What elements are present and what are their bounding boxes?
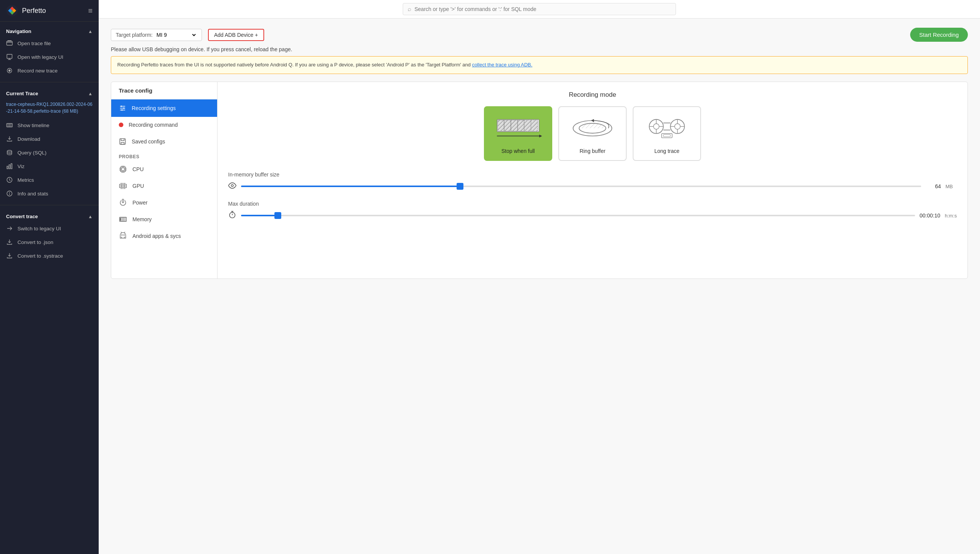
legacy-ui-icon xyxy=(6,54,13,60)
mode-card-stop-when-full[interactable]: Stop when full xyxy=(484,106,552,161)
svg-rect-66 xyxy=(524,120,531,131)
hamburger-icon[interactable]: ≡ xyxy=(88,6,92,15)
adb-link[interactable]: collect the trace using ADB. xyxy=(472,62,532,68)
svg-rect-53 xyxy=(120,218,121,220)
max-duration-unit: h:m:s xyxy=(945,213,957,218)
navigation-chevron-icon: ▲ xyxy=(88,29,92,34)
sidebar-item-download[interactable]: Download xyxy=(0,132,99,146)
probe-item-cpu[interactable]: CPU xyxy=(111,161,217,178)
svg-rect-40 xyxy=(124,185,125,187)
navigation-section-header: Navigation ▲ xyxy=(0,25,99,37)
buffer-size-label: In-memory buffer size xyxy=(228,172,957,178)
duration-icon xyxy=(228,210,236,221)
convert-json-icon xyxy=(6,239,13,245)
sidebar-item-record-new-trace[interactable]: Record new trace xyxy=(0,64,99,77)
platform-select[interactable]: MI 9 Android P Android Q xyxy=(155,32,197,38)
cpu-icon xyxy=(119,165,127,174)
sidebar-item-info-and-stats[interactable]: Info and stats xyxy=(0,187,99,201)
search-icon: ⌕ xyxy=(408,6,411,13)
sidebar-item-convert-json[interactable]: Convert to .json xyxy=(0,235,99,249)
trace-nav-recording-settings[interactable]: Recording settings xyxy=(111,99,217,117)
trace-nav-saved-configs[interactable]: Saved configs xyxy=(111,133,217,150)
recording-settings-panel: Recording mode xyxy=(217,82,967,279)
svg-rect-88 xyxy=(663,135,671,137)
mode-card-long-trace[interactable]: Long trace xyxy=(633,106,701,161)
max-duration-slider[interactable] xyxy=(241,215,915,216)
svg-point-16 xyxy=(10,193,10,193)
buffer-size-icon xyxy=(228,181,236,192)
svg-rect-63 xyxy=(504,120,511,131)
topbar: ⌕ xyxy=(99,0,980,19)
svg-rect-62 xyxy=(497,120,504,131)
svg-line-55 xyxy=(124,232,125,232)
convert-systrace-icon xyxy=(6,252,13,259)
trace-config-header: Trace config xyxy=(111,82,217,99)
svg-rect-39 xyxy=(121,185,123,187)
buffer-size-slider[interactable] xyxy=(241,186,921,187)
svg-rect-12 xyxy=(11,164,12,169)
sidebar-item-query-sql[interactable]: Query (SQL) xyxy=(0,146,99,159)
trace-nav-recording-command[interactable]: Recording command xyxy=(111,117,217,133)
search-input[interactable] xyxy=(414,6,671,12)
svg-point-20 xyxy=(121,105,122,107)
saved-configs-icon xyxy=(119,138,126,145)
app-title: Perfetto xyxy=(22,7,84,15)
probe-item-memory[interactable]: Memory xyxy=(111,211,217,228)
ring-buffer-diagram xyxy=(568,113,617,143)
sidebar-header: Perfetto ≡ xyxy=(0,0,99,22)
sidebar-item-open-trace-file[interactable]: Open trace file xyxy=(0,37,99,50)
svg-point-21 xyxy=(123,107,124,108)
record-icon xyxy=(6,67,13,74)
buffer-size-section: In-memory buffer size 64 MB xyxy=(228,172,957,192)
add-adb-device-button[interactable]: Add ADB Device + xyxy=(208,29,264,41)
sidebar-item-viz[interactable]: Viz xyxy=(0,159,99,173)
probe-item-gpu[interactable]: GPU xyxy=(111,178,217,194)
download-icon xyxy=(6,135,13,142)
mode-card-ring-buffer[interactable]: Ring buffer xyxy=(558,106,627,161)
svg-point-89 xyxy=(231,185,233,187)
folder-open-icon xyxy=(6,40,13,47)
content-area: Target platform: MI 9 Android P Android … xyxy=(99,19,980,554)
sidebar-item-convert-systrace[interactable]: Convert to .systrace xyxy=(0,249,99,263)
svg-rect-25 xyxy=(121,168,124,170)
timeline-icon xyxy=(6,122,13,129)
current-trace-chevron-icon: ▲ xyxy=(88,91,92,96)
svg-rect-64 xyxy=(511,120,517,131)
max-duration-value: 00:00:10 xyxy=(919,212,940,218)
power-icon xyxy=(119,199,127,207)
svg-rect-10 xyxy=(7,166,8,169)
sidebar-item-show-timeline[interactable]: Show timeline xyxy=(0,118,99,132)
max-duration-label: Max duration xyxy=(228,201,957,207)
sidebar-item-metrics[interactable]: Metrics xyxy=(0,173,99,187)
sidebar: Perfetto ≡ Navigation ▲ Open trace file … xyxy=(0,0,99,554)
search-box: ⌕ xyxy=(403,3,676,15)
query-sql-icon xyxy=(6,149,13,156)
warning-banner: Recording Perfetto traces from the UI is… xyxy=(111,56,968,74)
buffer-size-value: 64 xyxy=(926,183,941,189)
viz-icon xyxy=(6,163,13,170)
buffer-size-row: 64 MB xyxy=(228,181,957,192)
navigation-section: Navigation ▲ Open trace file Open with l… xyxy=(0,22,99,80)
sidebar-item-open-legacy-ui[interactable]: Open with legacy UI xyxy=(0,50,99,64)
main-content: ⌕ Target platform: MI 9 Android P Androi… xyxy=(99,0,980,554)
gpu-icon xyxy=(119,182,127,190)
sidebar-item-switch-legacy-ui[interactable]: Switch to legacy UI xyxy=(0,221,99,235)
plus-icon: + xyxy=(255,32,258,38)
probe-item-android-apps[interactable]: Android apps & sycs xyxy=(111,228,217,244)
trace-config-sidebar: Trace config Recording settings Recordin… xyxy=(111,82,217,279)
convert-trace-section: Convert trace ▲ Switch to legacy UI Conv… xyxy=(0,207,99,266)
probe-item-power[interactable]: Power xyxy=(111,194,217,211)
svg-point-22 xyxy=(121,109,123,110)
mode-card-long-trace-label: Long trace xyxy=(654,148,679,154)
svg-rect-1 xyxy=(7,41,13,46)
perfetto-logo-icon xyxy=(6,5,18,17)
current-trace-section: Current Trace ▲ trace-cepheus-RKQ1.20082… xyxy=(0,84,99,204)
convert-trace-section-header: Convert trace ▲ xyxy=(0,210,99,221)
probes-header: Probes xyxy=(111,150,217,161)
start-recording-button[interactable]: Start Recording xyxy=(910,28,968,42)
svg-rect-38 xyxy=(120,184,126,188)
mode-card-ring-buffer-label: Ring buffer xyxy=(580,148,606,154)
recording-dot-icon xyxy=(119,123,123,127)
long-trace-diagram xyxy=(642,113,692,143)
switch-icon xyxy=(6,225,13,232)
